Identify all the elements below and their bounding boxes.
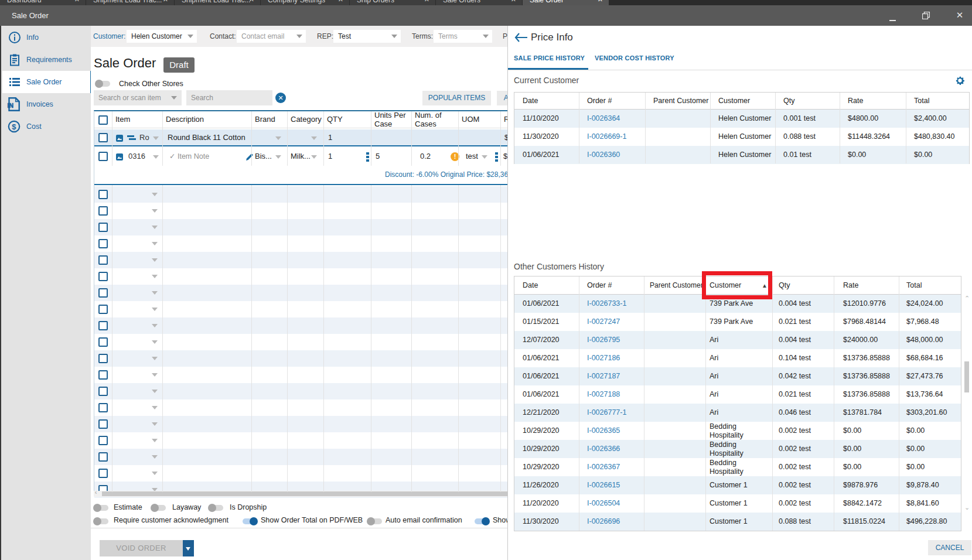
svg-text:$: $	[12, 122, 16, 131]
svg-text:IN: IN	[8, 103, 13, 109]
